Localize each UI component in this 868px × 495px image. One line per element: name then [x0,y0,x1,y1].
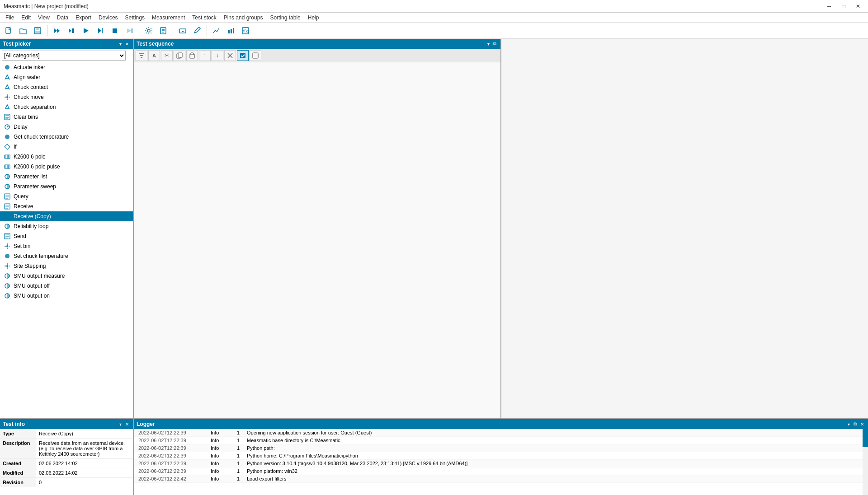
logger-float-btn[interactable]: ⧉ [852,421,858,427]
test-list-item[interactable]: Chuck contact [0,82,133,92]
toolbar-sep-4 [207,25,207,36]
test-picker-close-btn[interactable]: ✕ [124,42,130,47]
test-item-icon [4,252,11,260]
fast-forward-button[interactable] [50,24,64,37]
svg-rect-93 [191,53,193,55]
new-button[interactable] [2,24,15,37]
seq-enable-btn[interactable] [237,50,249,61]
pen-button[interactable] [190,24,204,37]
svg-marker-9 [84,28,89,33]
play-button[interactable] [79,24,93,37]
menu-edit[interactable]: Edit [18,14,34,22]
menu-pinsgroups[interactable]: Pins and groups [220,14,267,22]
test-sequence-float-btn[interactable]: ⧉ [492,41,498,47]
close-button[interactable]: ✕ [852,1,864,11]
menu-teststock[interactable]: Test stock [189,14,220,22]
category-dropdown[interactable]: [All categories] [2,51,126,61]
seq-disable-btn[interactable] [250,50,261,61]
test-list-item[interactable]: Site Stepping [0,261,133,271]
log-num: 1 [231,445,245,451]
settings-button[interactable] [142,24,156,37]
log-num: 1 [231,453,245,459]
notes-button[interactable] [156,24,170,37]
open-button[interactable] [16,24,30,37]
test-sequence-pin-btn[interactable]: ▾ [486,41,491,47]
restore-button[interactable]: □ [837,1,850,11]
test-picker-pin-btn[interactable]: ▾ [118,42,123,47]
test-list-item[interactable]: Delay [0,122,133,132]
seq-down-btn[interactable]: ↓ [212,50,223,61]
test-list-item[interactable]: Send [0,231,133,241]
test-item-label: Site Stepping [14,263,46,269]
keyboard-button[interactable] [176,24,189,37]
menu-sortingtable[interactable]: Sorting table [266,14,304,22]
menu-view[interactable]: View [34,14,53,22]
stop-button[interactable] [108,24,122,37]
test-list-item[interactable]: Receive [0,201,133,211]
test-item-label: SMU output off [14,283,50,289]
test-list-item[interactable]: Set bin [0,241,133,251]
test-list-item[interactable]: Chuck separation [0,102,133,112]
test-list-item[interactable]: Align wafer [0,72,133,82]
test-list-item[interactable]: SMU output on [0,291,133,301]
minimize-button[interactable]: ─ [823,1,835,11]
test-list-item[interactable]: If [0,142,133,152]
chart-bar-button[interactable] [224,24,238,37]
scrollbar-thumb[interactable] [863,429,868,447]
svg-rect-72 [5,238,8,238]
formula-button[interactable]: f(x) [239,24,252,37]
svg-point-30 [5,65,9,70]
seq-paste-btn[interactable] [186,50,198,61]
category-selector[interactable]: [All categories] [2,51,131,61]
chart-line-button[interactable] [210,24,223,37]
info-row-revision: Revision 0 [0,478,133,487]
logger-controls: ▾ ⧉ ✕ [846,421,865,427]
logger-pin-btn[interactable]: ▾ [846,421,851,427]
test-list-item[interactable]: Parameter list [0,172,133,182]
seq-copy-btn[interactable] [174,50,185,61]
step-button[interactable] [94,24,107,37]
seq-rename-btn[interactable]: A [148,50,160,61]
menu-devices[interactable]: Devices [95,14,122,22]
menu-file[interactable]: File [2,14,18,22]
seq-cut-btn[interactable]: ✂ [161,50,173,61]
svg-rect-57 [5,195,9,196]
menu-data[interactable]: Data [53,14,72,22]
info-row-created: Created 02.06.2022 14:02 [0,459,133,468]
menu-measurement[interactable]: Measurement [148,14,189,22]
logger-scrollbar[interactable] [863,429,868,495]
svg-rect-65 [5,215,9,215]
seq-up-btn[interactable]: ↑ [199,50,211,61]
test-list-item[interactable]: SMU output off [0,281,133,291]
menu-settings[interactable]: Settings [122,14,148,22]
menu-export[interactable]: Export [72,14,95,22]
test-list-item[interactable]: Clear bins [0,112,133,122]
test-list-item[interactable]: Query [0,191,133,201]
test-list-item[interactable]: Reliability loop [0,221,133,231]
seq-filter-btn[interactable] [136,50,147,61]
test-list-item[interactable]: SMU output measure [0,271,133,281]
forward-button[interactable] [65,24,78,37]
test-list-item[interactable]: Parameter sweep [0,182,133,191]
test-item-icon [4,193,11,200]
test-info-pin-btn[interactable]: ▾ [118,422,123,427]
seq-delete-btn[interactable] [224,50,236,61]
test-list-item[interactable]: Receive (Copy) [0,211,133,221]
test-item-icon [4,203,11,210]
test-list-item[interactable]: K2600 6 pole [0,152,133,162]
test-list-item[interactable]: Actuate inker [0,62,133,72]
test-list-item[interactable]: Chuck move [0,92,133,102]
skip-button[interactable] [123,24,136,37]
test-list-item[interactable]: K2600 6 pole pulse [0,162,133,172]
logger-close-btn[interactable]: ✕ [859,421,865,427]
svg-point-15 [147,29,150,32]
log-num: 1 [231,430,245,436]
test-info-close-btn[interactable]: ✕ [124,422,130,427]
svg-rect-12 [113,28,117,33]
test-list-item[interactable]: Set chuck temperature [0,251,133,261]
save-button[interactable] [31,24,44,37]
test-list-item[interactable]: Get chuck temperature [0,132,133,142]
menu-help[interactable]: Help [304,14,323,22]
log-timestamp: 2022-06-02T12:22:42 [137,476,209,482]
svg-rect-91 [178,53,182,57]
